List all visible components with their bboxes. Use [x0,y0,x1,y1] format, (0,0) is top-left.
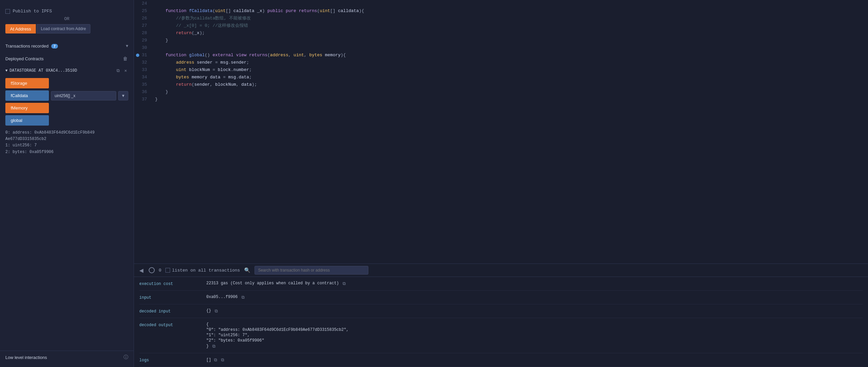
fcalldata-row: fCalldata ▼ [5,90,128,101]
line-number-30: 30 [134,44,152,52]
code-line-26: 26 //参数为calldata数组, 不能被修改 [134,15,868,22]
fcalldata-param-input[interactable] [51,91,116,100]
decoded-output-line-1: "1": "uint256: 7", [206,333,349,338]
input-copy-button[interactable]: ⧉ [241,295,245,300]
line-number-24: 24 [134,0,152,7]
output-line-0b: Ae677dD3315835cb2 [5,136,128,142]
sidebar-top: Publish to IPFS OR At Address Load contr… [0,3,134,40]
code-line-30: 30 [134,44,868,52]
line-number-25: 25 [134,7,152,15]
line-number-28: 28 [134,29,152,37]
line-number-35: 35 [134,81,152,88]
function-buttons: fStorage fCalldata ▼ fMemory global [0,76,134,128]
line-number-34: 34 [134,74,152,81]
code-line-29: 29 } [134,37,868,44]
decoded-output-label: decoded output [139,322,206,328]
info-icon: ⓘ [124,354,128,360]
fmemory-button[interactable]: fMemory [5,103,49,113]
tx-search-input[interactable] [254,266,368,275]
decoded-output-block: { "0": "address: 0xAb8483F64d9C6d1EcF9b8… [206,322,349,349]
line-content-28: return(_x); [152,29,868,37]
input-row: input 0xa05...f9906 ⧉ [139,290,863,304]
fcalldata-dropdown-button[interactable]: ▼ [118,91,128,100]
fstorage-button[interactable]: fStorage [5,78,49,88]
publish-checkbox[interactable] [5,9,10,14]
deployed-contracts-section[interactable]: Deployed Contracts 🗑 [0,52,134,65]
at-address-button[interactable]: At Address [5,24,36,33]
global-button[interactable]: global [5,115,49,126]
execution-cost-row: execution cost 22313 gas (Cost only appl… [139,277,863,290]
transactions-recorded-section[interactable]: Transactions recorded 7 ▼ [0,40,134,52]
low-level-row: Low level interactions ⓘ [0,350,134,364]
low-level-title: Low level interactions [5,355,47,360]
sidebar: Publish to IPFS OR At Address Load contr… [0,0,134,367]
decoded-output-row: decoded output { "0": "address: 0xAb8483… [139,318,863,353]
logs-copy-button-1[interactable]: ⧉ [213,357,218,363]
code-line-27: 27 // _x[0] = 0; //这样修改会报错 [134,22,868,29]
decoded-output-value: { "0": "address: 0xAb8483F64d9C6d1EcF9b8… [206,322,863,349]
line-number-29: 29 [134,37,152,44]
line-content-37: } [152,96,868,103]
decoded-input-copy-button[interactable]: ⧉ [214,308,219,314]
code-line-24: 24 [134,0,868,7]
main-panel: 24 25 function fCalldata(uint[] calldata… [134,0,868,367]
decoded-input-row: decoded input {} ⧉ [139,304,863,318]
code-line-36: 36 } [134,88,868,96]
code-line-37: 37 } [134,96,868,103]
code-line-32: 32 address sender = msg.sender; [134,59,868,66]
transaction-details: execution cost 22313 gas (Cost only appl… [134,277,868,367]
logs-label: logs [139,357,206,363]
logs-copy-button-2[interactable]: ⧉ [220,357,225,363]
load-contract-button[interactable]: Load contract from Addre [36,24,90,33]
line-content-32: address sender = msg.sender; [152,59,868,66]
no-listen-icon [149,267,155,273]
contract-name: DATASTORAGE AT 0XAC4...3510D [10,68,114,73]
logs-row: logs [] ⧉ ⧉ [139,353,863,367]
line-number-26: 26 [134,15,152,22]
execution-cost-value: 22313 gas (Cost only applies when called… [206,281,863,286]
line-number-36: 36 [134,88,152,96]
deployed-contracts-title: Deployed Contracts [5,56,43,61]
address-row: At Address Load contract from Addre [5,24,128,33]
execution-cost-copy-button[interactable]: ⧉ [342,281,347,286]
global-row: global [5,115,128,126]
contract-copy-icon[interactable]: ⧉ [115,68,121,74]
decoded-output-copy-button[interactable]: ⧉ [211,343,216,349]
delete-contracts-button[interactable]: 🗑 [122,55,128,62]
decoded-output-open: { [206,322,349,327]
fcalldata-button[interactable]: fCalldata [5,90,49,101]
publish-label: Publish to IPFS [13,9,52,14]
code-line-33: 33 uint blockNum = block.number; [134,66,868,74]
line-content-26: //参数为calldata数组, 不能被修改 [152,15,868,22]
decoded-output-line-2: "2": "bytes: 0xa05f9906" [206,338,349,343]
line-content-36: } [152,88,868,96]
line-content-25: function fCalldata(uint[] calldata _x) p… [152,7,868,15]
line-number-37: 37 [134,96,152,103]
code-line-31: 31 function global() external view retur… [134,52,868,59]
output-line-2: 2: bytes: 0xa05f9906 [5,149,128,155]
line-content-27: // _x[0] = 0; //这样修改会报错 [152,22,868,29]
listen-all-checkbox[interactable] [165,268,170,273]
tx-count: 0 [159,268,161,273]
breakpoint-dot-31 [136,54,139,57]
fstorage-row: fStorage [5,78,128,88]
output-line-0: 0: address: 0xAb8483F64d9C6d1EcF9b849 [5,130,128,136]
transaction-bar: ◀ 0 listen on all transactions 🔍 [134,264,868,277]
contract-row: ▼ DATASTORAGE AT 0XAC4...3510D ⧉ ✕ [0,65,134,76]
search-icon: 🔍 [244,267,250,274]
decoded-input-label: decoded input [139,308,206,314]
execution-cost-label: execution cost [139,281,206,286]
contract-expand-icon: ▼ [5,69,8,73]
listen-all-label: listen on all transactions [172,268,240,273]
input-value: 0xa05...f9906 ⧉ [206,295,863,300]
line-content-34: bytes memory data = msg.data; [152,74,868,81]
code-line-34: 34 bytes memory data = msg.data; [134,74,868,81]
transactions-chevron-icon: ▼ [126,44,128,49]
line-content-29: } [152,37,868,44]
or-divider: OR [5,17,128,22]
line-content-33: uint blockNum = block.number; [152,66,868,74]
contract-close-icon[interactable]: ✕ [123,67,128,74]
tx-nav-left-button[interactable]: ◀ [138,267,145,274]
fmemory-row: fMemory [5,103,128,113]
publish-row: Publish to IPFS [5,9,128,14]
